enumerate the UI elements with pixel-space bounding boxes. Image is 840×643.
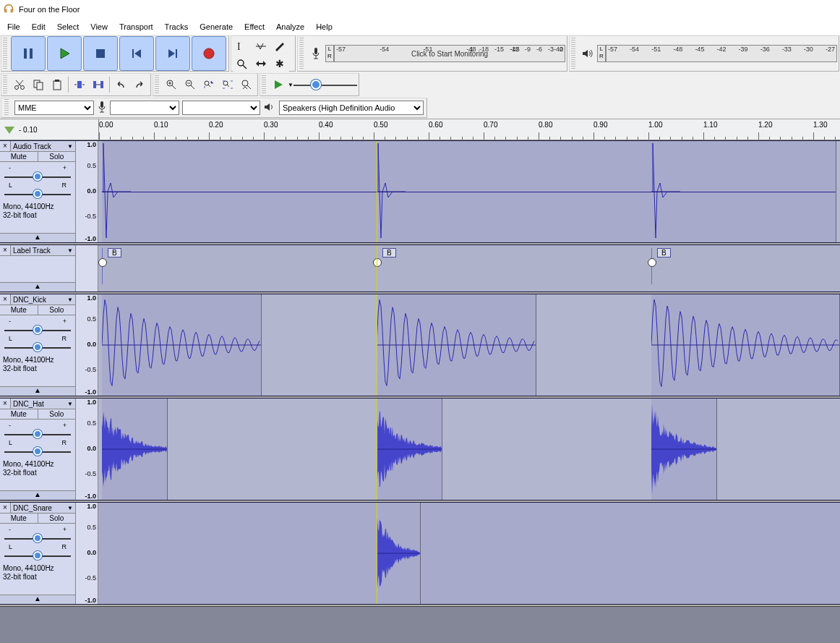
label-area[interactable]: BBB bbox=[98, 245, 840, 291]
menu-analyze[interactable]: Analyze bbox=[270, 20, 310, 33]
undo-button[interactable] bbox=[111, 76, 130, 93]
vertical-scale[interactable]: 1.00.50.0-0.5-1.0 bbox=[76, 141, 98, 242]
gain-slider[interactable] bbox=[4, 430, 71, 438]
mute-button[interactable]: Mute bbox=[0, 514, 38, 523]
menu-help[interactable]: Help bbox=[310, 20, 338, 33]
waveform-area[interactable] bbox=[98, 399, 840, 500]
toolbar-grip[interactable] bbox=[571, 38, 575, 69]
recording-channels-select[interactable] bbox=[182, 101, 260, 115]
track-collapse-button[interactable]: ▲ bbox=[0, 386, 75, 396]
timeline-play-region-icon[interactable] bbox=[4, 127, 14, 134]
paste-button[interactable] bbox=[48, 76, 67, 93]
menu-transport[interactable]: Transport bbox=[113, 20, 159, 33]
label-marker[interactable]: B bbox=[102, 248, 121, 257]
vertical-scale[interactable]: 1.00.50.0-0.5-1.0 bbox=[76, 503, 98, 604]
toolbar-grip[interactable] bbox=[3, 75, 7, 94]
multi-tool[interactable]: ✱ bbox=[270, 55, 289, 72]
menu-generate[interactable]: Generate bbox=[194, 20, 239, 33]
waveform-area[interactable] bbox=[98, 503, 840, 604]
mic-icon[interactable] bbox=[307, 45, 325, 62]
solo-button[interactable]: Solo bbox=[38, 514, 76, 523]
copy-button[interactable] bbox=[29, 76, 48, 93]
playback-device-select[interactable]: Speakers (High Definition Audio bbox=[279, 101, 424, 115]
track-close-button[interactable]: × bbox=[0, 141, 11, 151]
play-button[interactable] bbox=[47, 36, 82, 71]
toolbar-grip[interactable] bbox=[4, 99, 9, 116]
waveform-area[interactable] bbox=[98, 141, 840, 242]
zoom-out-button[interactable] bbox=[181, 76, 200, 93]
track-collapse-button[interactable]: ▲ bbox=[0, 595, 75, 604]
recording-meter[interactable]: -57-54-51-48-45-42 Click to Start Monito… bbox=[334, 45, 565, 62]
track-name-dropdown[interactable]: DNC_Snare▼ bbox=[11, 503, 75, 513]
stop-button[interactable] bbox=[83, 36, 118, 71]
menu-effect[interactable]: Effect bbox=[239, 20, 270, 33]
fit-project-button[interactable] bbox=[218, 76, 237, 93]
track-close-button[interactable]: × bbox=[0, 503, 11, 513]
play-cursor bbox=[377, 503, 377, 604]
pan-slider[interactable] bbox=[4, 448, 71, 455]
play-at-speed-button[interactable] bbox=[269, 76, 288, 93]
timeline-ruler[interactable]: - 0.10 0.000.100.200.300.400.500.600.700… bbox=[0, 119, 840, 140]
track-collapse-button[interactable]: ▲ bbox=[0, 233, 75, 242]
empty-track-area[interactable] bbox=[0, 606, 840, 643]
track-collapse-button[interactable]: ▲ bbox=[0, 490, 75, 500]
mute-button[interactable]: Mute bbox=[0, 305, 38, 315]
toolbar-grip[interactable] bbox=[3, 38, 7, 69]
record-button[interactable] bbox=[192, 36, 226, 71]
toolbar-grip[interactable] bbox=[299, 38, 304, 69]
gain-slider[interactable] bbox=[4, 535, 71, 542]
track-name-dropdown[interactable]: Label Track▼ bbox=[11, 245, 75, 255]
audio-host-select[interactable]: MME bbox=[14, 101, 94, 115]
cut-button[interactable] bbox=[10, 76, 29, 93]
recording-device-select[interactable] bbox=[110, 101, 179, 115]
zoom-tool[interactable] bbox=[233, 55, 252, 72]
pan-slider[interactable] bbox=[4, 344, 71, 351]
trim-button[interactable] bbox=[70, 76, 89, 93]
tracks-area[interactable]: ×Audio Track▼MuteSolo-+LRMono, 44100Hz32… bbox=[0, 140, 840, 643]
solo-button[interactable]: Solo bbox=[38, 152, 76, 161]
waveform-area[interactable] bbox=[98, 294, 840, 396]
pan-slider[interactable] bbox=[4, 552, 71, 559]
mute-button[interactable]: Mute bbox=[0, 152, 38, 161]
title-bar: Four on the Floor bbox=[0, 0, 840, 19]
label-marker[interactable]: B bbox=[651, 248, 671, 257]
toolbar-grip[interactable] bbox=[155, 75, 159, 94]
menu-select[interactable]: Select bbox=[51, 20, 85, 33]
track-close-button[interactable]: × bbox=[0, 294, 11, 305]
menu-file[interactable]: File bbox=[1, 20, 26, 33]
vertical-scale[interactable]: 1.00.50.0-0.5-1.0 bbox=[76, 294, 98, 396]
skip-start-button[interactable] bbox=[119, 36, 154, 71]
track-close-button[interactable]: × bbox=[0, 245, 11, 255]
menu-edit[interactable]: Edit bbox=[26, 20, 51, 33]
menu-view[interactable]: View bbox=[85, 20, 113, 33]
redo-button[interactable] bbox=[130, 76, 149, 93]
track-close-button[interactable]: × bbox=[0, 399, 11, 409]
solo-button[interactable]: Solo bbox=[38, 305, 76, 315]
zoom-toggle-button[interactable] bbox=[237, 76, 256, 93]
skip-end-button[interactable] bbox=[155, 36, 190, 71]
playback-meter[interactable]: -57-54-51-48-45-42-39-36-33-30-27 bbox=[606, 45, 837, 62]
silence-button[interactable] bbox=[89, 76, 108, 93]
track-collapse-button[interactable]: ▲ bbox=[0, 282, 75, 291]
selection-tool[interactable]: I bbox=[233, 38, 252, 55]
speaker-meter-icon[interactable] bbox=[578, 45, 597, 62]
timeshift-tool[interactable] bbox=[252, 55, 270, 72]
gain-slider[interactable] bbox=[4, 326, 71, 333]
gain-slider[interactable] bbox=[4, 173, 71, 180]
draw-tool[interactable] bbox=[270, 38, 289, 55]
envelope-tool[interactable] bbox=[252, 38, 270, 55]
zoom-in-button[interactable] bbox=[162, 76, 181, 93]
fit-selection-button[interactable] bbox=[200, 76, 218, 93]
mute-button[interactable]: Mute bbox=[0, 409, 38, 419]
label-marker[interactable]: B bbox=[377, 248, 396, 257]
solo-button[interactable]: Solo bbox=[38, 409, 76, 419]
track-name-dropdown[interactable]: Audio Track▼ bbox=[11, 141, 75, 151]
track-name-dropdown[interactable]: DNC_Hat▼ bbox=[11, 399, 75, 409]
pan-slider[interactable] bbox=[4, 190, 71, 197]
menu-tracks[interactable]: Tracks bbox=[159, 20, 194, 33]
playback-speed-slider[interactable] bbox=[293, 79, 357, 90]
toolbar-grip[interactable] bbox=[262, 75, 266, 94]
track-name-dropdown[interactable]: DNC_Kick▼ bbox=[11, 294, 75, 305]
vertical-scale[interactable]: 1.00.50.0-0.5-1.0 bbox=[76, 399, 98, 500]
pause-button[interactable] bbox=[11, 36, 46, 71]
